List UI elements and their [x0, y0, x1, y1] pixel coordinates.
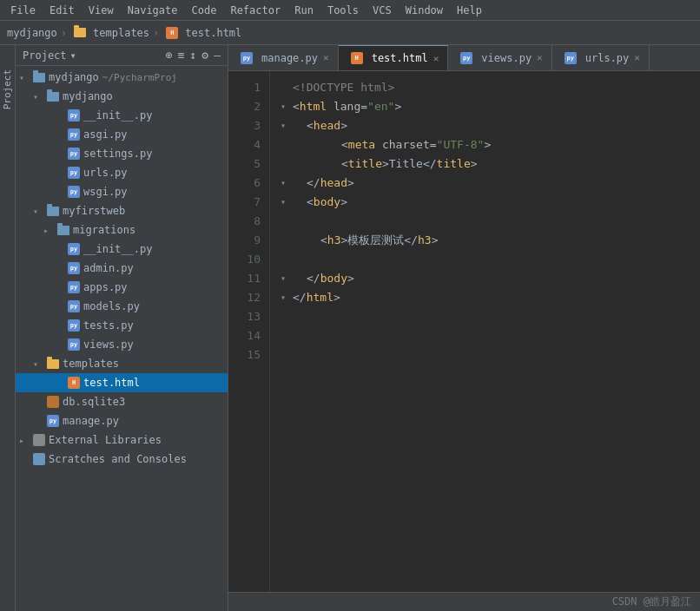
tree-item-urls-django[interactable]: py urls.py	[16, 163, 228, 182]
code-line-11: </body>	[281, 269, 700, 288]
ln-10: 10	[228, 250, 269, 269]
py-icon-tab-views: py	[460, 52, 472, 64]
code-bracket-5b: >	[382, 154, 389, 174]
tree-item-myfirstweb[interactable]: myfirstweb	[16, 201, 228, 220]
py-icon-init1: py	[68, 109, 80, 122]
tab-urls-py[interactable]: py urls.py ✕	[552, 45, 650, 71]
project-panel-dropdown[interactable]: ▾	[70, 49, 76, 62]
py-icon-manage: py	[47, 415, 59, 427]
tab-label-test: test.html	[372, 52, 428, 64]
breadcrumb-folder[interactable]: templates	[70, 27, 149, 39]
code-val-utf8: "UTF-8"	[437, 135, 485, 154]
tab-close-manage[interactable]: ✕	[323, 52, 329, 63]
fold-3[interactable]	[281, 116, 293, 135]
project-panel-label: Project	[23, 49, 67, 62]
code-tag-body: body	[314, 193, 340, 212]
tree-item-wsgi[interactable]: py wsgi.py	[16, 182, 228, 201]
tab-label-urls: urls.py	[585, 52, 630, 64]
code-bracket-6a: </	[307, 174, 320, 193]
tree-item-init2[interactable]: py __init__.py	[16, 240, 228, 259]
tree-item-root[interactable]: mydjango ~/PycharmProj	[16, 68, 228, 87]
code-bracket-5a: <	[341, 154, 348, 174]
tree-item-apps[interactable]: py apps.py	[16, 278, 228, 297]
menu-window[interactable]: Window	[399, 3, 450, 18]
code-val-en: "en"	[367, 97, 394, 116]
ln-7: 7	[228, 193, 269, 212]
panel-action-sort[interactable]: ↕	[190, 49, 197, 62]
panel-action-settings[interactable]: ⚙	[201, 49, 208, 62]
tree-item-models[interactable]: py models.py	[16, 297, 228, 316]
menu-file[interactable]: File	[3, 3, 43, 18]
menu-refactor[interactable]: Refactor	[223, 3, 287, 18]
panel-action-list[interactable]: ≡	[178, 49, 185, 62]
tree-label-urls-django: urls.py	[83, 167, 128, 179]
panel-action-minimize[interactable]: —	[214, 49, 221, 62]
fold-7[interactable]	[281, 193, 293, 212]
code-text-title: Title	[389, 154, 423, 174]
tree-item-manage[interactable]: py manage.py	[16, 411, 228, 430]
code-bracket-7a: <	[307, 193, 314, 212]
fold-12[interactable]	[281, 288, 293, 307]
tree-item-admin[interactable]: py admin.py	[16, 259, 228, 278]
folder-icon-breadcrumb	[74, 28, 86, 37]
fold-2[interactable]	[281, 97, 293, 116]
html-file-icon-breadcrumb: H	[166, 27, 178, 39]
code-bracket-12a: </	[293, 288, 307, 307]
ln-14: 14	[228, 326, 269, 345]
ln-8: 8	[228, 212, 269, 231]
tab-test-html[interactable]: H test.html ✕	[339, 45, 449, 71]
tree-item-db-sqlite[interactable]: db.sqlite3	[16, 392, 228, 411]
tree-item-migrations[interactable]: migrations	[16, 220, 228, 240]
tree-label-myfirstweb: myfirstweb	[63, 205, 125, 217]
menu-code[interactable]: Code	[185, 3, 224, 18]
tree-item-scratches[interactable]: Scratches and Consoles	[16, 450, 228, 469]
fold-11[interactable]	[281, 269, 293, 288]
tree-item-asgi[interactable]: py asgi.py	[16, 125, 228, 144]
code-bracket-2: >	[394, 97, 401, 116]
ln-15: 15	[228, 345, 269, 365]
tree-item-init1[interactable]: py __init__.py	[16, 106, 228, 125]
menu-run[interactable]: Run	[287, 3, 320, 18]
tree-item-ext-libs[interactable]: External Libraries	[16, 430, 228, 450]
tab-manage-py[interactable]: py manage.py ✕	[228, 45, 339, 71]
menu-help[interactable]: Help	[450, 3, 489, 18]
tab-close-views[interactable]: ✕	[537, 52, 543, 63]
tree-label-asgi: asgi.py	[83, 128, 128, 141]
breadcrumb-file[interactable]: H test.html	[162, 27, 241, 39]
menu-vcs[interactable]: VCS	[366, 3, 399, 18]
menu-edit[interactable]: Edit	[43, 3, 82, 18]
tree-item-tests[interactable]: py tests.py	[16, 316, 228, 335]
code-content-2a: <	[293, 97, 300, 116]
editor-area: py manage.py ✕ H test.html ✕ py views.py…	[228, 45, 700, 611]
tab-bar: py manage.py ✕ H test.html ✕ py views.py…	[228, 45, 700, 71]
tree-item-test-html[interactable]: H test.html	[16, 373, 228, 392]
fold-6[interactable]	[281, 174, 293, 193]
code-bracket-4a: <	[341, 135, 348, 154]
panel-action-add[interactable]: ⊕	[166, 49, 173, 62]
menu-tools[interactable]: Tools	[320, 3, 366, 18]
tab-close-urls[interactable]: ✕	[634, 52, 640, 63]
code-text-h3: 模板层测试	[347, 231, 404, 250]
file-tree: mydjango ~/PycharmProj mydjango py __ini…	[16, 66, 228, 611]
tree-label-init1: __init__.py	[83, 109, 152, 122]
code-tag-html: html	[300, 97, 327, 116]
breadcrumb-folder-name: templates	[93, 27, 149, 39]
menu-view[interactable]: View	[82, 3, 121, 18]
tree-arrow-root	[19, 73, 30, 82]
panel-actions: ⊕ ≡ ↕ ⚙ —	[166, 49, 221, 62]
project-vertical-tab[interactable]: Project	[0, 62, 15, 116]
tree-item-mydjango[interactable]: mydjango	[16, 87, 228, 106]
code-bracket-9c: </	[404, 231, 418, 250]
tree-item-templates[interactable]: templates	[16, 354, 228, 373]
code-tag-body-close: body	[320, 269, 347, 288]
code-area[interactable]: <!DOCTYPE html> <html lang="en"> <head>	[270, 71, 700, 592]
html-icon-tab-test: H	[351, 52, 363, 64]
tree-item-views[interactable]: py views.py	[16, 335, 228, 354]
tab-close-test[interactable]: ✕	[433, 53, 439, 64]
menu-navigate[interactable]: Navigate	[121, 3, 185, 18]
code-bracket-9a: <	[320, 231, 327, 250]
tab-views-py[interactable]: py views.py ✕	[448, 45, 551, 71]
breadcrumb-project[interactable]: mydjango	[7, 27, 57, 39]
code-tag-meta: meta	[348, 135, 375, 154]
tree-item-settings[interactable]: py settings.py	[16, 144, 228, 163]
